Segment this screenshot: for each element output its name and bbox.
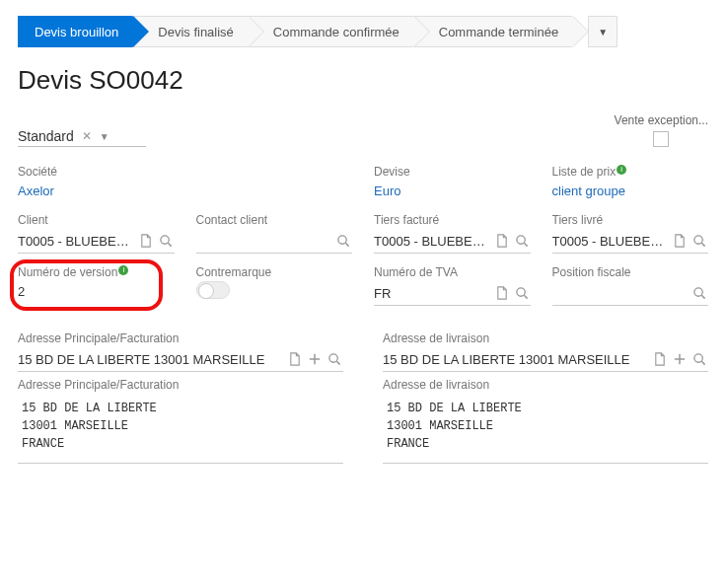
search-icon[interactable]	[690, 350, 708, 368]
plus-icon[interactable]	[671, 350, 689, 368]
search-icon[interactable]	[157, 232, 175, 250]
main-address-input[interactable]: 15 BD DE LA LIBERTE 13001 MARSEILLE	[18, 347, 343, 372]
search-icon[interactable]	[690, 284, 708, 302]
delivery-address-label: Adresse de livraison	[383, 331, 708, 345]
search-icon[interactable]	[513, 232, 531, 250]
workflow-step-finalized[interactable]: Devis finalisé	[132, 16, 248, 47]
client-input[interactable]: T0005 - BLUEBERRY	[18, 229, 175, 254]
currency-value[interactable]: Euro	[374, 181, 531, 201]
search-icon[interactable]	[513, 284, 531, 302]
vat-number-input[interactable]: FR	[374, 281, 531, 306]
workflow-step-confirmed[interactable]: Commande confirmée	[248, 16, 413, 47]
document-icon[interactable]	[671, 232, 689, 250]
currency-label: Devise	[374, 165, 531, 179]
contremarque-label: Contremarque	[196, 265, 353, 279]
delivery-address-text: 15 BD DE LA LIBERTE 13001 MARSEILLE FRAN…	[383, 394, 708, 464]
main-address-text: 15 BD DE LA LIBERTE 13001 MARSEILLE FRAN…	[18, 394, 343, 464]
main-address-text-label: Adresse Principale/Facturation	[18, 378, 343, 392]
price-list-value[interactable]: client groupe	[552, 181, 709, 201]
document-icon[interactable]	[286, 350, 304, 368]
clear-icon[interactable]: ✕	[82, 129, 92, 143]
document-icon[interactable]	[493, 284, 511, 302]
delivered-party-label: Tiers livré	[552, 213, 709, 227]
price-list-label: Liste de prixi	[552, 165, 709, 179]
fiscal-position-label: Position fiscale	[552, 265, 709, 279]
delivery-address-input[interactable]: 15 BD DE LA LIBERTE 13001 MARSEILLE	[383, 347, 708, 372]
document-icon[interactable]	[493, 232, 511, 250]
document-icon[interactable]	[137, 232, 155, 250]
invoiced-party-label: Tiers facturé	[374, 213, 531, 227]
company-label: Société	[18, 165, 352, 179]
workflow-status-bar: Devis brouillon Devis finalisé Commande …	[18, 16, 708, 47]
contremarque-toggle[interactable]	[196, 281, 230, 299]
page-title: Devis SO0042	[18, 65, 708, 96]
main-address-label: Adresse Principale/Facturation	[18, 331, 343, 345]
sale-exception-checkbox[interactable]	[653, 131, 669, 147]
info-icon: i	[617, 165, 626, 175]
workflow-more-button[interactable]: ▼	[588, 16, 617, 47]
template-select-value: Standard	[18, 128, 74, 144]
search-icon[interactable]	[334, 232, 352, 250]
search-icon[interactable]	[690, 232, 708, 250]
company-value[interactable]: Axelor	[18, 181, 352, 201]
client-contact-input[interactable]	[196, 229, 353, 254]
vat-number-label: Numéro de TVA	[374, 265, 531, 279]
version-number-label: Numéro de versioni	[18, 265, 175, 279]
invoiced-party-input[interactable]: T0005 - BLUEBERRY	[374, 229, 531, 254]
workflow-step-draft[interactable]: Devis brouillon	[18, 16, 132, 47]
search-icon[interactable]	[326, 350, 343, 368]
document-icon[interactable]	[651, 350, 669, 368]
version-number-value: 2	[18, 281, 175, 302]
delivery-address-text-label: Adresse de livraison	[383, 378, 708, 392]
sale-exception-label: Vente exception...	[615, 113, 708, 127]
client-label: Client	[18, 213, 175, 227]
info-icon: i	[118, 265, 128, 275]
fiscal-position-input[interactable]	[552, 281, 709, 306]
client-contact-label: Contact client	[196, 213, 353, 227]
plus-icon[interactable]	[306, 350, 324, 368]
chevron-down-icon: ▼	[100, 131, 109, 142]
delivered-party-input[interactable]: T0005 - BLUEBERRY	[552, 229, 709, 254]
workflow-step-finished[interactable]: Commande terminée	[413, 16, 572, 47]
template-select[interactable]: Standard ✕ ▼	[18, 126, 146, 147]
